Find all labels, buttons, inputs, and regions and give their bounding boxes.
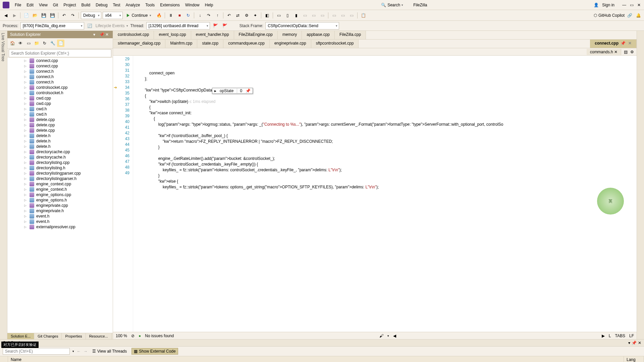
tree-item[interactable]: ▷engineprivate.cpp bbox=[7, 203, 113, 208]
tree-item[interactable]: ▷engine_options.cpp bbox=[7, 192, 113, 197]
tree-item[interactable]: ▷directorycache.h bbox=[7, 155, 113, 160]
panel-tab[interactable]: Resource... bbox=[86, 333, 112, 339]
step-over-button[interactable]: ↷ bbox=[205, 12, 212, 19]
menu-help[interactable]: Help bbox=[202, 1, 216, 9]
menu-extensions[interactable]: Extensions bbox=[157, 1, 182, 9]
step-into-button[interactable]: ↓ bbox=[196, 12, 204, 19]
thread-combo[interactable]: [13296] ucrtbased.dll thread bbox=[146, 22, 210, 29]
tree-item[interactable]: ▷directorylisting.h bbox=[7, 165, 113, 171]
undo-button[interactable]: ↶ bbox=[60, 12, 68, 19]
tree-item[interactable]: ▷directorylisting.cpp bbox=[7, 160, 113, 165]
expand-icon[interactable]: ▸ bbox=[214, 88, 216, 93]
notifications-button[interactable]: 🔔 bbox=[635, 12, 642, 19]
collapse-button[interactable]: ▭ bbox=[25, 40, 32, 47]
code-line[interactable]: "kw">else { bbox=[133, 179, 637, 184]
tree-item[interactable]: ▷connect.h bbox=[7, 74, 113, 79]
tree-item[interactable]: ▷connect.h bbox=[7, 79, 113, 85]
code-line[interactable]: { bbox=[133, 93, 637, 99]
props-button[interactable]: 🔧 bbox=[49, 40, 56, 47]
zoom-level[interactable]: 100 % bbox=[116, 334, 127, 338]
tree-item[interactable]: ▷directorylistingparser.cpp bbox=[7, 171, 113, 176]
tb-icon[interactable]: ▭ bbox=[275, 12, 282, 19]
nav-next-icon[interactable]: ▶ bbox=[602, 334, 605, 338]
editor-tab[interactable]: Mainfrm.cpp bbox=[165, 40, 197, 48]
tb-icon[interactable]: ▯ bbox=[284, 12, 291, 19]
tb-icon[interactable]: ⚙ bbox=[243, 12, 250, 19]
editor-tab[interactable]: memory bbox=[278, 31, 302, 39]
editor-tab[interactable]: FileZillaEngine.cpp bbox=[234, 31, 278, 39]
tb-icon[interactable]: ▭ bbox=[319, 12, 326, 19]
save-button[interactable]: 💾 bbox=[40, 12, 47, 19]
close-button[interactable]: ✕ bbox=[637, 3, 641, 7]
code-line[interactable] bbox=[133, 127, 637, 133]
tabs-mode[interactable]: TABS bbox=[615, 334, 625, 338]
floating-avatar[interactable]: 英 bbox=[597, 188, 624, 215]
tree-item[interactable]: ▷delete.h bbox=[7, 133, 113, 138]
split-icon[interactable]: ▤ bbox=[624, 50, 628, 54]
tb-icon[interactable]: ◧ bbox=[263, 12, 271, 19]
stackframe-combo[interactable]: CSftpConnectOpData::Send bbox=[265, 22, 339, 29]
code-line[interactable]: { bbox=[133, 105, 637, 110]
editor-tab[interactable]: event_handler.hpp bbox=[191, 31, 234, 39]
tree-item[interactable]: ▷delete.h bbox=[7, 144, 113, 149]
tree-item[interactable]: ▷engineprivate.h bbox=[7, 208, 113, 214]
menu-view[interactable]: View bbox=[36, 1, 50, 9]
brush-icon[interactable]: 🖌 bbox=[379, 334, 383, 338]
editor-tab[interactable]: sftpcontrolsocket.cpp bbox=[311, 40, 359, 48]
col-lang[interactable]: Lang bbox=[624, 356, 644, 362]
line-ending[interactable]: LF bbox=[629, 334, 634, 338]
tree-item[interactable]: ▷controlsocket.h bbox=[7, 90, 113, 96]
tree-item[interactable]: ▷delete.cpp bbox=[7, 128, 113, 133]
show-all-button[interactable]: 📁 bbox=[33, 40, 40, 47]
dropdown-icon[interactable]: ▾ bbox=[628, 341, 630, 345]
redo-button[interactable]: ↷ bbox=[69, 12, 76, 19]
tree-item[interactable]: ▷externalipresolver.cpp bbox=[7, 224, 113, 230]
close-icon[interactable]: ✕ bbox=[105, 32, 110, 37]
stop-button[interactable]: ■ bbox=[176, 12, 183, 19]
new-button[interactable]: 📄 bbox=[22, 12, 30, 19]
tree-item[interactable]: ▷cwd.cpp bbox=[7, 96, 113, 101]
editor-tab[interactable]: engineprivate.cpp bbox=[270, 40, 311, 48]
tree-item[interactable]: ▷engine_options.h bbox=[7, 197, 113, 203]
code-line[interactable]: engine_.GetRateLimiter().add("param">buc… bbox=[133, 156, 637, 162]
hot-reload-button[interactable]: 🔥 bbox=[155, 12, 163, 19]
editor-tab[interactable]: controlsocket.cpp bbox=[113, 31, 154, 39]
pin-icon[interactable]: 📌 bbox=[246, 88, 251, 93]
tree-item[interactable]: ▷engine_context.h bbox=[7, 187, 113, 192]
refresh-button[interactable]: ↻ bbox=[41, 40, 48, 47]
code-line[interactable]: } bbox=[133, 144, 637, 150]
view-threads-button[interactable]: ☰ View all Threads bbox=[90, 348, 129, 354]
callstack-search-input[interactable] bbox=[3, 348, 70, 355]
minimize-button[interactable]: — bbox=[622, 3, 627, 7]
tb-icon[interactable]: ▭ bbox=[330, 12, 338, 19]
panel-tab[interactable]: Solution E... bbox=[7, 333, 34, 339]
solution-search-input[interactable] bbox=[9, 49, 111, 57]
switch-view-button[interactable]: 👁 bbox=[17, 40, 24, 47]
code-line[interactable]: { bbox=[133, 116, 637, 122]
menu-test[interactable]: Test bbox=[110, 1, 123, 9]
pin-icon[interactable]: 📌 bbox=[632, 341, 637, 345]
tb-icon[interactable]: ▭ bbox=[339, 12, 346, 19]
nav-fwd-button[interactable]: ▶ bbox=[11, 12, 18, 19]
menu-window[interactable]: Window bbox=[182, 1, 202, 9]
menu-tools[interactable]: Tools bbox=[143, 1, 157, 9]
code-line[interactable]: log("param">args: "type">logmsg::status,… bbox=[133, 122, 637, 127]
code-line[interactable]: "kw">if (!controlSocket_.credentials_.ke… bbox=[133, 162, 637, 167]
tree-item[interactable]: ▷cwd.h bbox=[7, 112, 113, 117]
code-line[interactable]: "kw">return "macro">FZ_REPLY_INTERNALERR… bbox=[133, 139, 637, 144]
editor-tab[interactable]: sitemanager_dialog.cpp bbox=[113, 40, 165, 48]
col-name[interactable]: Name bbox=[8, 356, 624, 362]
tree-item[interactable]: ▷cwd.cpp bbox=[7, 101, 113, 106]
platform-combo[interactable]: x64 bbox=[103, 12, 123, 19]
code-line[interactable]: "kw">switch (opState) ≤ 1ms elapsed bbox=[133, 99, 637, 105]
code-editor[interactable]: 2930313233343536373839404142434445464748… bbox=[113, 56, 637, 332]
continue-button[interactable]: Continue ▾ bbox=[124, 12, 154, 18]
thread-flag-button[interactable]: 🚩 bbox=[212, 22, 219, 29]
menu-edit[interactable]: Edit bbox=[24, 1, 36, 9]
tree-item[interactable]: ▷event.h bbox=[7, 219, 113, 224]
code-line[interactable]: keyfiles_ = fz::strtok("param">tokens: c… bbox=[133, 167, 637, 173]
tree-item[interactable]: ▷connect.cpp bbox=[7, 63, 113, 69]
nav-prev-icon[interactable]: ◀ bbox=[393, 334, 396, 338]
tree-item[interactable]: ▷controlsocket.cpp bbox=[7, 85, 113, 90]
code-line[interactable]: "kw">case connect_init: bbox=[133, 110, 637, 116]
